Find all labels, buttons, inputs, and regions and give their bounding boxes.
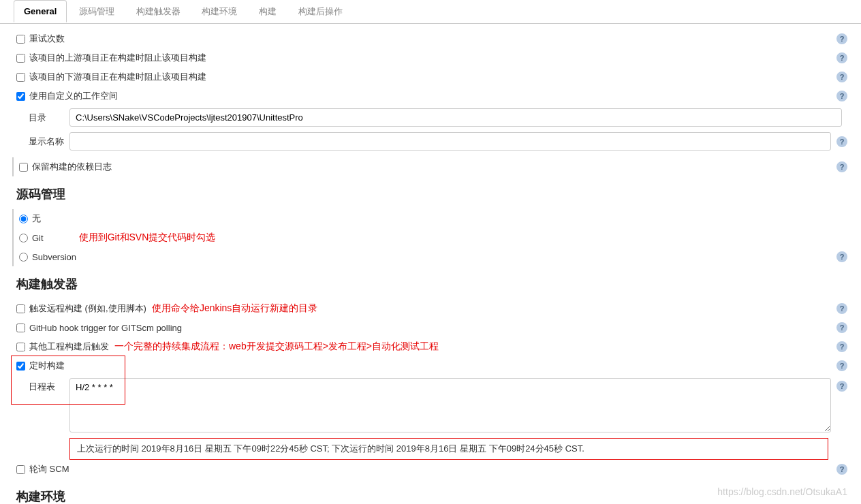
- timer-trigger-checkbox[interactable]: [16, 362, 25, 371]
- retry-count-label: 重试次数: [29, 33, 65, 45]
- help-icon[interactable]: ?: [836, 251, 847, 262]
- scm-git-radio[interactable]: [19, 234, 28, 242]
- scm-svn-radio[interactable]: [19, 253, 28, 262]
- tab-build[interactable]: 构建: [249, 0, 286, 23]
- display-name-label: 显示名称: [29, 136, 69, 148]
- retry-count-checkbox[interactable]: [16, 35, 25, 44]
- help-icon[interactable]: ?: [836, 464, 847, 475]
- github-hook-label: GitHub hook trigger for GITScm polling: [29, 323, 182, 333]
- remote-trigger-label: 触发远程构建 (例如,使用脚本): [29, 302, 146, 315]
- poll-scm-label: 轮询 SCM: [29, 463, 69, 475]
- help-icon[interactable]: ?: [836, 52, 847, 63]
- tabs-bar: General 源码管理 构建触发器 构建环境 构建 构建后操作: [0, 0, 861, 24]
- remote-trigger-annotation: 使用命令给Jenkins自动运行新建的目录: [152, 302, 317, 315]
- custom-workspace-label: 使用自定义的工作空间: [29, 90, 118, 102]
- tab-general[interactable]: General: [14, 0, 67, 22]
- help-icon[interactable]: ?: [836, 72, 847, 82]
- help-icon[interactable]: ?: [836, 360, 847, 371]
- poll-scm-checkbox[interactable]: [16, 465, 25, 474]
- schedule-label: 日程表: [29, 378, 69, 393]
- help-icon[interactable]: ?: [836, 322, 847, 333]
- triggers-header: 构建触发器: [16, 266, 847, 299]
- help-icon[interactable]: ?: [836, 161, 847, 172]
- tab-post[interactable]: 构建后操作: [289, 0, 352, 23]
- scm-header: 源码管理: [16, 176, 847, 209]
- timer-trigger-label: 定时构建: [29, 360, 65, 372]
- block-downstream-checkbox[interactable]: [16, 73, 25, 82]
- tab-scm[interactable]: 源码管理: [69, 0, 124, 23]
- tab-triggers[interactable]: 构建触发器: [127, 0, 190, 23]
- scm-git-label: Git: [32, 233, 44, 243]
- schedule-textarea[interactable]: [69, 378, 831, 432]
- remote-trigger-checkbox[interactable]: [16, 304, 25, 313]
- block-upstream-label: 该项目的上游项目正在构建时阻止该项目构建: [29, 52, 206, 64]
- watermark-text: https://blog.csdn.net/OtsukaA1: [717, 486, 847, 497]
- help-icon[interactable]: ?: [836, 136, 847, 147]
- keep-deps-log-label: 保留构建的依赖日志: [32, 161, 112, 173]
- github-hook-checkbox[interactable]: [16, 324, 25, 332]
- help-icon[interactable]: ?: [836, 381, 847, 392]
- tab-env[interactable]: 构建环境: [192, 0, 247, 23]
- help-icon[interactable]: ?: [836, 91, 847, 101]
- help-icon[interactable]: ?: [836, 341, 847, 352]
- after-others-label: 其他工程构建后触发: [29, 341, 109, 353]
- scm-svn-label: Subversion: [32, 252, 76, 262]
- scm-none-label: 无: [32, 212, 41, 225]
- directory-label: 目录: [29, 112, 69, 124]
- keep-deps-log-checkbox[interactable]: [19, 163, 28, 172]
- display-name-input[interactable]: [69, 132, 831, 151]
- after-others-checkbox[interactable]: [16, 343, 25, 351]
- schedule-info-text: 上次运行的时间 2019年8月16日 星期五 下午09时22分45秒 CST; …: [69, 438, 828, 460]
- directory-input[interactable]: [69, 108, 842, 127]
- help-icon[interactable]: ?: [836, 303, 847, 314]
- custom-workspace-checkbox[interactable]: [16, 92, 25, 101]
- block-upstream-checkbox[interactable]: [16, 54, 25, 63]
- help-icon[interactable]: ?: [836, 33, 847, 44]
- scm-none-radio[interactable]: [19, 215, 28, 223]
- block-downstream-label: 该项目的下游项目正在构建时阻止该项目构建: [29, 71, 206, 83]
- content-area: 重试次数 ? 该项目的上游项目正在构建时阻止该项目构建 ? 该项目的下游项目正在…: [0, 24, 861, 504]
- scm-annotation: 使用到Git和SVN提交代码时勾选: [79, 232, 216, 244]
- after-others-annotation: 一个完整的持续集成流程：web开发提交源码工程>发布工程>自动化测试工程: [114, 341, 439, 353]
